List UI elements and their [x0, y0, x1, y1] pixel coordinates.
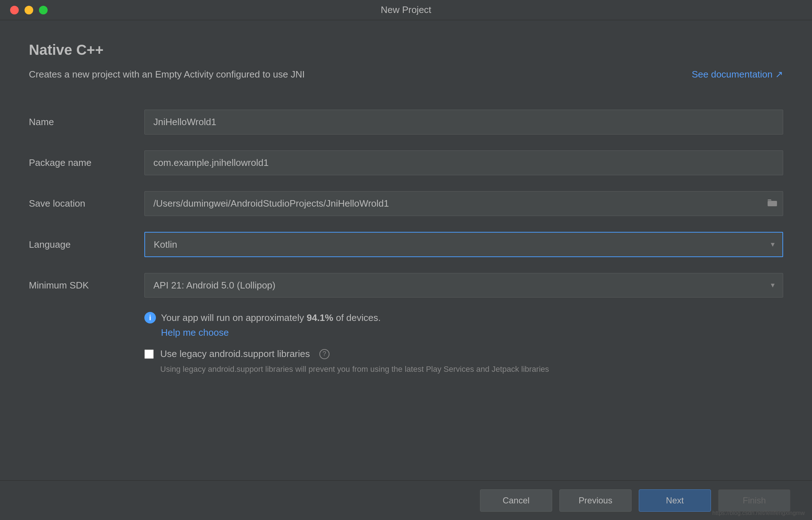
minimize-button[interactable] [25, 6, 33, 14]
name-label: Name [29, 116, 144, 128]
package-name-row: Package name [29, 142, 783, 183]
project-form: Name Package name Save location [29, 102, 783, 305]
close-button[interactable] [10, 6, 19, 14]
name-input[interactable] [144, 110, 783, 135]
cancel-button[interactable]: Cancel [480, 489, 552, 512]
project-description-row: Creates a new project with an Empty Acti… [29, 69, 783, 80]
sdk-info-section: i Your app will run on approximately 94.… [144, 312, 783, 338]
minimum-sdk-dropdown-wrapper: API 21: Android 5.0 (Lollipop) API 22: A… [144, 273, 783, 298]
maximize-button[interactable] [39, 6, 48, 14]
save-location-label: Save location [29, 198, 144, 209]
project-type-title: Native C++ [29, 42, 783, 58]
window-title: New Project [381, 4, 431, 16]
finish-button[interactable]: Finish [718, 489, 790, 512]
legacy-libraries-help-icon[interactable]: ? [319, 349, 329, 359]
sdk-info-row: i Your app will run on approximately 94.… [144, 312, 783, 323]
language-select[interactable]: Kotlin Java [144, 232, 783, 257]
package-name-label: Package name [29, 157, 144, 168]
next-button[interactable]: Next [639, 489, 711, 512]
language-row: Language Kotlin Java ▼ [29, 224, 783, 265]
sdk-percent: 94.1% [307, 312, 333, 323]
description-text: Creates a new project with an Empty Acti… [29, 69, 305, 80]
minimum-sdk-select[interactable]: API 21: Android 5.0 (Lollipop) API 22: A… [144, 273, 783, 298]
see-documentation-link[interactable]: See documentation ↗ [692, 69, 783, 80]
legacy-libraries-section: Use legacy android.support libraries ? U… [144, 348, 783, 375]
help-me-choose-link[interactable]: Help me choose [161, 327, 783, 338]
footer-url: https://blog.csdn.net/leilifengxingmw [712, 510, 805, 516]
sdk-info-text: Your app will run on approximately 94.1%… [161, 312, 381, 323]
save-location-input-wrapper [144, 191, 783, 216]
save-location-input[interactable] [144, 191, 783, 216]
info-icon: i [144, 312, 156, 323]
name-row: Name [29, 102, 783, 142]
bottom-bar: Cancel Previous Next Finish [0, 480, 812, 520]
legacy-libraries-label: Use legacy android.support libraries [160, 348, 310, 360]
minimum-sdk-label: Minimum SDK [29, 280, 144, 291]
dialog: Native C++ Creates a new project with an… [0, 20, 812, 520]
previous-button[interactable]: Previous [559, 489, 632, 512]
package-name-input[interactable] [144, 150, 783, 175]
title-bar: New Project [0, 0, 812, 20]
name-input-wrapper [144, 110, 783, 135]
minimum-sdk-row: Minimum SDK API 21: Android 5.0 (Lollipo… [29, 265, 783, 305]
legacy-libraries-row: Use legacy android.support libraries ? [144, 348, 783, 360]
browse-folder-button[interactable] [766, 197, 779, 211]
window-controls [10, 6, 48, 14]
language-label: Language [29, 239, 144, 250]
legacy-libraries-checkbox[interactable] [144, 349, 154, 359]
package-name-input-wrapper [144, 150, 783, 175]
svg-rect-0 [768, 201, 777, 206]
content-area: Native C++ Creates a new project with an… [29, 42, 783, 520]
save-location-row: Save location [29, 183, 783, 224]
legacy-libraries-desc: Using legacy android.support libraries w… [160, 363, 783, 375]
language-dropdown-wrapper: Kotlin Java ▼ [144, 232, 783, 257]
